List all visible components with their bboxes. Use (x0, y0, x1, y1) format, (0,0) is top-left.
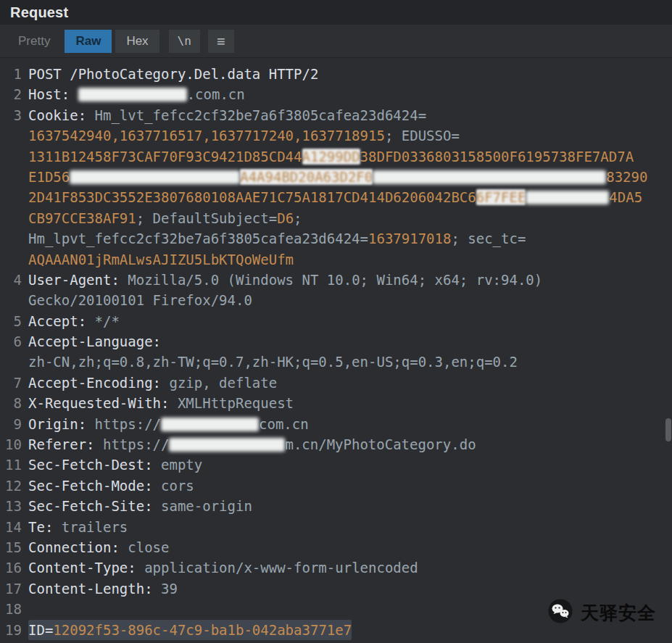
code-segment: X-Requested-With: (28, 395, 178, 411)
request-editor[interactable]: 1POST /PhotoCategory.Del.data HTTP/22Hos… (0, 58, 672, 643)
code-segment: .com.cn (187, 86, 245, 102)
code-segment: ; sec_tc= (451, 231, 526, 246)
code-segment: Referer: (28, 436, 103, 452)
line-number (0, 187, 22, 207)
code-line[interactable]: 12Sec-Fetch-Mode: cors (0, 476, 672, 496)
code-segment: 83290 (606, 169, 647, 185)
line-number: 8 (0, 393, 22, 413)
code-line[interactable]: 14Te: trailers (0, 517, 672, 537)
redaction-blur (526, 191, 609, 204)
code-line[interactable]: 7Accept-Encoding: gzip, deflate (0, 373, 672, 393)
line-number: 12 (0, 476, 22, 496)
code-segment: Te: (28, 519, 62, 535)
line-number (0, 208, 22, 228)
hamburger-menu-icon[interactable]: ≡ (208, 30, 234, 53)
code-segment: Cookie: (28, 107, 95, 123)
code-segment: Gecko/20100101 Firefox/94.0 (28, 292, 252, 308)
code-segment: CB97CCE38AF91 (28, 210, 136, 226)
code-text: AQAAAN01jRmALwsAJIZU5LbKTQoWeUfm (28, 249, 294, 270)
code-segment: Origin: (28, 416, 95, 432)
code-line[interactable]: 17Content-Length: 39 (0, 578, 672, 599)
code-line[interactable]: Gecko/20100101 Firefox/94.0 (0, 290, 672, 310)
line-number: 15 (0, 537, 22, 557)
code-line[interactable]: CB97CCE38AF91; DefaultSubject=D6; (0, 208, 672, 228)
code-line[interactable]: 1POST /PhotoCategory.Del.data HTTP/2 (0, 64, 672, 84)
code-line[interactable]: 11Sec-Fetch-Dest: empty (0, 455, 672, 475)
code-text: 2D41F853DC3552E3807680108AAE71C75A1817CD… (28, 187, 642, 207)
code-line[interactable]: 2D41F853DC3552E3807680108AAE71C75A1817CD… (0, 187, 672, 207)
code-line[interactable]: 15Connection: close (0, 537, 672, 557)
code-line[interactable]: 1311B12458F73CAF70F93C9421D85CD44A1299DD… (0, 146, 672, 167)
code-line[interactable]: Hm_lpvt_fefcc2cf32be7a6f3805cafea23d6424… (0, 228, 672, 249)
line-number: 19 (0, 620, 22, 640)
code-segment: 1637917018 (368, 231, 451, 246)
redaction-blur (78, 88, 187, 101)
code-text: Te: trailers (28, 517, 128, 537)
vertical-scrollbar-thumb[interactable] (665, 418, 671, 441)
line-number (0, 167, 22, 187)
line-number: 11 (0, 455, 22, 475)
code-text: E1D56A4A94BD20A63D2F083290 (28, 167, 647, 187)
code-line[interactable]: 5Accept: */* (0, 311, 672, 331)
line-number: 10 (0, 434, 22, 455)
code-line[interactable]: 10Referer: https://m.cn/MyPhotoCategory.… (0, 434, 672, 455)
code-segment: Content-Length: (28, 581, 161, 597)
code-segment: m.cn/MyPhotoCategory.do (285, 436, 476, 452)
code-text: Host: .com.cn (28, 84, 245, 104)
code-text: Gecko/20100101 Firefox/94.0 (28, 290, 252, 310)
code-segment: ID= (28, 622, 53, 638)
code-line[interactable]: 3Cookie: Hm_lvt_fefcc2cf32be7a6f3805cafe… (0, 105, 672, 125)
editor-tabbar: Pretty Raw Hex \n ≡ (0, 25, 672, 58)
code-text: zh-CN,zh;q=0.8,zh-TW;q=0.7,zh-HK;q=0.5,e… (28, 352, 518, 372)
code-segment: AQAAAN01jRmALwsAJIZU5LbKTQoWeUfm (28, 252, 294, 267)
code-text: Sec-Fetch-Mode: cors (28, 476, 194, 496)
code-segment: 4DA5 (609, 189, 642, 205)
code-segment: Accept-Language: (28, 333, 161, 349)
request-panel-header: Request (0, 0, 672, 25)
code-text: Accept-Encoding: gzip, deflate (28, 373, 277, 393)
code-segment: https:// (95, 416, 162, 432)
code-line[interactable]: 2Host: .com.cn (0, 84, 672, 104)
code-segment: */* (95, 313, 120, 329)
code-segment: gzip, deflate (169, 375, 277, 391)
code-line[interactable]: 9Origin: https://com.cn (0, 414, 672, 434)
code-text: X-Requested-With: XMLHttpRequest (28, 393, 294, 413)
code-segment: Hm_lpvt_fefcc2cf32be7a6f3805cafea23d6424… (28, 231, 368, 246)
panel-title: Request (10, 4, 68, 21)
code-line[interactable]: 19ID=12092f53-896c-47c9-ba1b-042aba3771e… (0, 620, 672, 640)
code-segment: Host: (28, 86, 78, 102)
code-line[interactable]: 13Sec-Fetch-Site: same-origin (0, 496, 672, 516)
code-line[interactable]: 4User-Agent: Mozilla/5.0 (Windows NT 10.… (0, 270, 672, 290)
line-number: 17 (0, 578, 22, 599)
line-number: 3 (0, 105, 22, 125)
redaction-blur (70, 170, 240, 184)
code-line[interactable]: 8X-Requested-With: XMLHttpRequest (0, 393, 672, 413)
line-number: 16 (0, 557, 22, 578)
code-segment: 12092f53-896c-47c9-ba1b-042aba3771e7 (53, 622, 352, 638)
request-panel: Request Pretty Raw Hex \n ≡ 1POST /Photo… (0, 0, 672, 643)
code-segment: ; (294, 210, 302, 226)
code-line[interactable]: 1637542940,1637716517,1637717240,1637718… (0, 125, 672, 146)
code-line[interactable]: 18 (0, 599, 672, 619)
highlighted-code-text: ID=12092f53-896c-47c9-ba1b-042aba3771e7 (28, 620, 352, 640)
code-line[interactable]: 16Content-Type: application/x-www-form-u… (0, 557, 672, 578)
code-line[interactable]: 6Accept-Language: (0, 331, 672, 352)
code-segment: Sec-Fetch-Mode: (28, 478, 161, 494)
tab-hex[interactable]: Hex (115, 30, 159, 53)
tab-pretty[interactable]: Pretty (7, 30, 61, 53)
code-line[interactable]: zh-CN,zh;q=0.8,zh-TW;q=0.7,zh-HK;q=0.5,e… (0, 352, 672, 372)
code-segment: Hm_lvt_fefcc2cf32be7a6f3805cafea23d6424= (95, 107, 427, 123)
code-segment: Accept-Encoding: (28, 375, 169, 391)
tab-raw[interactable]: Raw (65, 30, 112, 53)
code-segment: 6F7FEE (476, 189, 526, 205)
code-segment: trailers (62, 519, 128, 535)
code-line[interactable]: AQAAAN01jRmALwsAJIZU5LbKTQoWeUfm (0, 249, 672, 270)
line-number: 18 (0, 599, 22, 619)
redaction-blur (161, 418, 259, 431)
newline-toggle-button[interactable]: \n (169, 30, 200, 53)
line-number (0, 352, 22, 372)
code-line[interactable]: E1D56A4A94BD20A63D2F083290 (0, 167, 672, 187)
code-segment: com.cn (259, 416, 309, 432)
code-text: POST /PhotoCategory.Del.data HTTP/2 (28, 64, 318, 84)
line-number (0, 290, 22, 310)
